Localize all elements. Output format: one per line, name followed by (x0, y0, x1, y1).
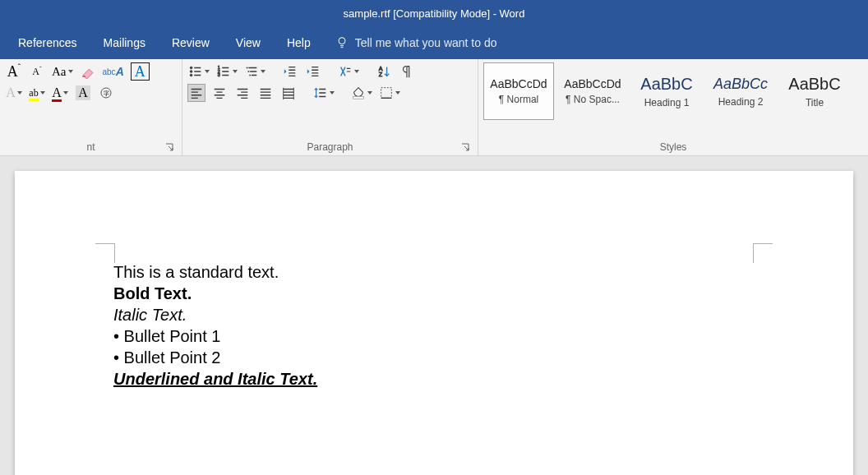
line-spacing-button[interactable] (312, 84, 335, 102)
doc-line-6[interactable]: Underlined and Italic Text. (113, 368, 755, 390)
ribbon: Aˆ Aˇ Aa abcA A A ab A A 字 nt (0, 59, 868, 156)
text-effects-button[interactable]: A (5, 84, 23, 102)
style-item-1[interactable]: AaBbCcDd¶ No Spac... (557, 62, 628, 120)
margin-corner-tl (95, 243, 115, 263)
style-name: Heading 1 (644, 97, 690, 108)
tab-review[interactable]: Review (160, 30, 221, 56)
align-right-button[interactable] (233, 84, 252, 102)
document-page[interactable]: This is a standard text. Bold Text. Ital… (15, 171, 853, 475)
style-preview: AaBbCcDd (490, 77, 547, 90)
highlight-button[interactable]: ab (28, 84, 46, 102)
font-dialog-launcher[interactable] (164, 142, 175, 154)
decrease-indent-button[interactable] (281, 62, 299, 81)
svg-point-0 (339, 37, 345, 44)
enclose-characters-button[interactable]: 字 (97, 84, 115, 102)
group-styles-label: Styles (483, 140, 863, 155)
style-preview: AaBbC (788, 75, 840, 94)
style-item-0[interactable]: AaBbCcDd¶ Normal (483, 62, 554, 120)
tab-view[interactable]: View (224, 30, 272, 56)
character-shading-button[interactable]: A (74, 84, 92, 102)
doc-line-2[interactable]: Bold Text. (113, 283, 755, 304)
distributed-button[interactable] (279, 84, 298, 102)
phonetic-guide-button[interactable]: abcA (102, 62, 125, 81)
lightbulb-icon (335, 35, 349, 51)
group-font-label: nt (5, 140, 177, 155)
margin-corner-tr (753, 243, 773, 263)
shading-button[interactable] (350, 84, 373, 102)
svg-point-3 (190, 67, 192, 69)
ribbon-tabs: References Mailings Review View Help Tel… (0, 26, 868, 59)
group-paragraph: 123 AZ (182, 59, 478, 155)
titlebar: sample.rtf [Compatibility Mode] - Word (0, 0, 868, 26)
tell-me-label: Tell me what you want to do (355, 36, 497, 49)
document-workspace[interactable]: This is a standard text. Bold Text. Ital… (0, 156, 868, 475)
grow-font-button[interactable]: Aˆ (5, 62, 23, 81)
svg-text:字: 字 (104, 90, 109, 97)
tab-references[interactable]: References (7, 30, 89, 56)
align-center-button[interactable] (210, 84, 229, 102)
group-font: Aˆ Aˇ Aa abcA A A ab A A 字 nt (0, 59, 182, 155)
doc-bullet-1[interactable]: • Bullet Point 1 (113, 325, 755, 347)
tab-help[interactable]: Help (275, 30, 322, 56)
style-preview: AaBbCc (713, 76, 768, 93)
tab-mailings[interactable]: Mailings (92, 30, 157, 56)
shrink-font-button[interactable]: Aˇ (28, 62, 46, 81)
document-body[interactable]: This is a standard text. Bold Text. Ital… (113, 261, 755, 390)
character-border-button[interactable]: A (130, 62, 150, 81)
borders-button[interactable] (378, 84, 401, 102)
doc-line-1[interactable]: This is a standard text. (113, 261, 755, 283)
style-item-4[interactable]: AaBbCTitle (779, 62, 850, 120)
doc-line-3[interactable]: Italic Text. (113, 304, 755, 325)
align-left-button[interactable] (187, 84, 205, 102)
svg-text:3: 3 (218, 72, 220, 77)
multilevel-list-button[interactable] (243, 62, 266, 81)
style-name: Heading 2 (718, 96, 764, 108)
style-item-2[interactable]: AaBbCHeading 1 (631, 62, 702, 120)
style-item-3[interactable]: AaBbCcHeading 2 (705, 62, 776, 120)
style-name: ¶ Normal (499, 94, 538, 105)
increase-indent-button[interactable] (304, 62, 322, 81)
svg-text:Z: Z (379, 71, 383, 78)
tell-me[interactable]: Tell me what you want to do (326, 35, 497, 51)
show-hide-paragraph-button[interactable] (398, 62, 416, 81)
paragraph-dialog-launcher[interactable] (459, 142, 471, 154)
sort-button[interactable]: AZ (375, 62, 393, 81)
group-paragraph-label: Paragraph (187, 140, 473, 155)
bullets-button[interactable] (187, 62, 210, 81)
style-name: ¶ No Spac... (566, 94, 620, 105)
svg-point-5 (190, 74, 192, 76)
style-preview: AaBbCcDd (564, 77, 621, 90)
style-preview: AaBbC (640, 75, 692, 94)
style-name: Title (806, 97, 824, 108)
group-styles: AaBbCcDd¶ NormalAaBbCcDd¶ No Spac...AaBb… (478, 59, 868, 155)
svg-rect-11 (353, 97, 364, 99)
clear-formatting-button[interactable] (79, 62, 97, 81)
asian-layout-button[interactable] (337, 62, 360, 81)
numbering-button[interactable]: 123 (215, 62, 238, 81)
justify-button[interactable] (256, 84, 275, 102)
font-color-button[interactable]: A (51, 84, 69, 102)
change-case-button[interactable]: Aa (51, 62, 74, 81)
svg-point-4 (190, 71, 192, 73)
svg-rect-12 (381, 88, 392, 99)
doc-bullet-2[interactable]: • Bullet Point 2 (113, 347, 755, 368)
window-title: sample.rtf [Compatibility Mode] - Word (344, 7, 525, 20)
